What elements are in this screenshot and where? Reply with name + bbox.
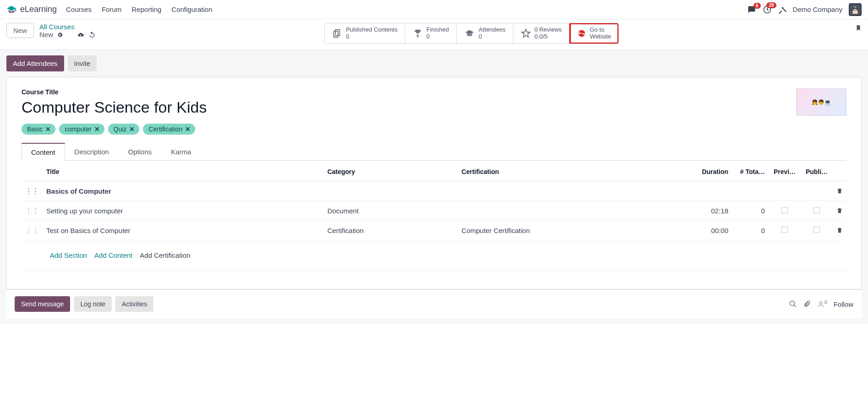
cell-duration: 02:18 [691,201,732,221]
trash-icon[interactable] [836,207,843,214]
svg-point-6 [790,301,795,306]
tab-content[interactable]: Content [22,143,65,161]
stat-value: Website [590,33,611,40]
stat-attendees[interactable]: Attendees0 [457,23,513,43]
preview-checkbox[interactable] [781,207,788,213]
published-checkbox[interactable] [813,207,820,213]
trash-icon[interactable] [836,227,843,234]
nav-reporting[interactable]: Reporting [131,5,161,13]
cell-total: 0 [732,201,769,221]
title-label: Course Title [22,88,207,96]
stat-value: 0 [479,33,506,40]
section-row[interactable]: ⋮⋮ Basics of Computer [22,181,846,201]
close-icon[interactable]: ✕ [129,125,135,133]
add-certification-link[interactable]: Add Certification [140,251,190,259]
col-duration: Duration [691,163,732,181]
tabs: Content Description Options Karma [22,143,846,161]
svg-rect-3 [853,10,858,13]
table-row[interactable]: ⋮⋮ Test on Basics of Computer Certificat… [22,221,846,240]
cell-title: Setting up your computer [43,201,324,221]
user-avatar[interactable] [849,3,862,16]
activities-icon[interactable]: 29 [763,5,772,14]
stat-label: Finished [426,27,449,33]
tag-label: Basic [27,125,43,133]
cloud-upload-icon[interactable] [76,32,85,38]
form-sheet: Course Title Computer Science for Kids B… [6,77,862,289]
breadcrumb: All Courses New [39,23,96,38]
followers-icon[interactable]: 0 [817,300,827,308]
close-icon[interactable]: ✕ [94,125,100,133]
messages-icon[interactable]: 6 [747,5,756,14]
nav-courses[interactable]: Courses [66,5,92,13]
graduation-cap-icon [6,5,16,15]
stat-value: 0.0/5 [535,33,562,40]
attachment-icon[interactable] [803,300,811,308]
col-preview: Previ… [769,163,801,181]
section-title: Basics of Computer [43,181,833,201]
cell-certification: Computer Certification [458,221,691,240]
course-image[interactable]: 👧👦💻 [796,88,846,116]
follow-button[interactable]: Follow [834,300,853,308]
col-published: Publi… [801,163,833,181]
breadcrumb-current: New [39,31,53,38]
send-message-button[interactable]: Send message [15,296,70,312]
stat-reviews[interactable]: 0 Reviews0.0/5 [513,23,570,43]
chatter: Send message Log note Activities 0 Follo… [6,289,862,318]
invite-button[interactable]: Invite [68,55,97,71]
trash-icon[interactable] [836,187,843,195]
table-row[interactable]: ⋮⋮ Setting up your computer Document 02:… [22,201,846,221]
cell-category: Document [324,201,458,221]
tag-basic[interactable]: Basic✕ [22,124,55,135]
tag-certification[interactable]: Certification✕ [143,124,195,135]
breadcrumb-root[interactable]: All Courses [39,23,75,31]
close-icon[interactable]: ✕ [45,125,51,133]
col-title: Title [43,163,324,181]
tools-icon[interactable] [778,5,786,14]
close-icon[interactable]: ✕ [185,125,191,133]
log-note-button[interactable]: Log note [74,296,112,312]
nav-configuration[interactable]: Configuration [171,5,212,13]
stat-published[interactable]: Published Contents0 [325,23,405,43]
app-name: eLearning [20,5,57,14]
top-nav: eLearning Courses Forum Reporting Config… [0,0,868,19]
view-body: Add Attendees Invite Course Title Comput… [0,50,868,324]
new-button[interactable]: New [6,23,34,38]
activities-button[interactable]: Activities [115,296,153,312]
control-panel: New All Courses New Published Contents [0,19,868,50]
course-title[interactable]: Computer Science for Kids [22,98,207,116]
tab-options[interactable]: Options [119,143,162,160]
company-name[interactable]: Demo Company [793,5,842,13]
cell-certification [458,201,691,221]
nav-forum[interactable]: Forum [102,5,121,13]
tag-label: Quiz [114,125,127,133]
cell-total: 0 [732,221,769,240]
stat-value: 0 [346,33,398,40]
tab-description[interactable]: Description [65,143,119,160]
cell-category: Certification [324,221,458,240]
gear-icon[interactable] [57,32,63,38]
stat-finished[interactable]: Finished0 [405,23,457,43]
follower-count: 0 [824,300,827,305]
stat-label: Go to [590,27,611,33]
tab-karma[interactable]: Karma [161,143,201,160]
svg-point-7 [819,302,822,304]
stat-label: 0 Reviews [535,27,562,33]
add-content-link[interactable]: Add Content [94,251,132,259]
preview-checkbox[interactable] [781,227,788,233]
tag-quiz[interactable]: Quiz✕ [108,124,140,135]
tag-computer[interactable]: computer✕ [59,124,104,135]
tag-label: computer [65,125,91,133]
published-checkbox[interactable] [813,227,820,233]
content-table: Title Category Certification Duration # … [22,163,846,271]
drag-handle-icon[interactable]: ⋮⋮ [25,226,39,234]
stat-goto-website[interactable]: Go toWebsite [570,23,619,43]
add-attendees-button[interactable]: Add Attendees [6,55,64,71]
drag-handle-icon[interactable]: ⋮⋮ [25,206,39,214]
bookmark-icon[interactable] [855,23,862,33]
search-icon[interactable] [789,300,797,308]
trophy-icon [413,28,423,38]
add-section-link[interactable]: Add Section [50,251,87,259]
svg-rect-4 [853,7,857,9]
undo-icon[interactable] [88,31,96,38]
drag-handle-icon[interactable]: ⋮⋮ [25,187,39,195]
